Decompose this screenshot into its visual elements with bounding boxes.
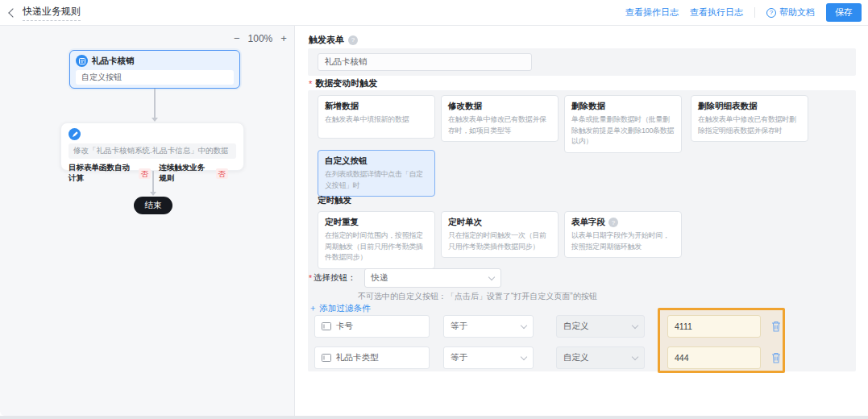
flow-node-action[interactable]: 修改「礼品卡核销系统.礼品卡信息」中的数据 目标表单函数自动计算 否 连续触发业…	[60, 122, 244, 171]
question-circle-icon[interactable]: ?	[608, 218, 618, 227]
data-change-label: 数据变动时触发	[315, 77, 377, 89]
card-add-data[interactable]: 新增数据 在触发表单中填报新的数据	[318, 95, 435, 139]
window-bottom-edge	[0, 416, 868, 419]
filter-value-input[interactable]: 4111	[667, 315, 761, 338]
filter-operator-value: 等于	[451, 352, 467, 363]
card-timer-repeat[interactable]: 定时重复 在指定的时间范围内，按照指定周期触发（目前只用作考勤类插件数据同步）	[318, 211, 435, 269]
question-circle-icon[interactable]: ?	[348, 35, 358, 45]
card-delete-data[interactable]: 删除数据 单条或批量删除数据时（批量删除触发前提是单次删除100条数据以内）	[564, 95, 682, 153]
filter-type-dropdown[interactable]: 自定义	[556, 346, 645, 369]
arrow-down-icon	[152, 118, 158, 122]
card-desc: 在指定的时间范围内，按照指定周期触发（目前只用作考勤类插件数据同步）	[325, 230, 428, 263]
card-desc: 在列表或数据详情中点击「自定义按钮」时	[325, 169, 428, 191]
filter-type-value: 自定义	[563, 321, 589, 332]
card-title: 定时单次	[448, 217, 551, 228]
flag-label: 目标表单函数自动计算	[69, 163, 135, 184]
card-delete-subtable-data[interactable]: 删除明细表数据 在触发表单中修改已有数据时删除指定明细表数据并保存时	[691, 95, 808, 142]
required-asterisk: *	[309, 79, 312, 89]
trigger-form-label: 触发表单	[309, 34, 344, 46]
data-change-label-row: * 数据变动时触发	[309, 77, 377, 89]
zoom-out-button[interactable]: −	[234, 32, 240, 44]
trigger-form-input[interactable]: 礼品卡核销	[318, 53, 532, 71]
card-title: 定时重复	[325, 217, 428, 228]
filter-field-chip[interactable]: 礼品卡类型	[314, 346, 430, 369]
add-filter-button[interactable]: ＋ 添加过滤条件	[309, 303, 370, 314]
card-desc: 单条或批量删除数据时（批量删除触发前提是单次删除100条数据以内）	[571, 114, 675, 147]
topbar-actions: 查看操作日志 查看执行日志 ? 帮助文档 保存	[625, 3, 862, 22]
card-desc: 在触发表单中修改已有数据时删除指定明细表数据并保存时	[698, 114, 801, 136]
flow-connector	[154, 89, 156, 118]
page-title[interactable]: 快递业务规则	[23, 5, 81, 21]
filter-type-value: 自定义	[563, 352, 589, 363]
card-title: 修改数据	[448, 101, 551, 112]
card-custom-button-selected[interactable]: 自定义按钮 在列表或数据详情中点击「自定义按钮」时	[318, 150, 435, 197]
filter-operator-dropdown[interactable]: 等于	[443, 315, 534, 338]
arrow-down-icon	[150, 192, 156, 196]
flow-canvas[interactable]: − 100% + 礼品卡核销 自定义按钮 修改「礼品卡核销系统.礼品卡信息」中的…	[0, 26, 295, 416]
card-desc: 在触发表单中修改已有数据并保存时，如项目类型等	[448, 114, 551, 136]
edit-icon	[69, 128, 81, 140]
flow-node-end: 结束	[134, 197, 172, 214]
back-icon[interactable]	[8, 8, 17, 17]
select-button-row: * 选择按钮： 快递	[309, 268, 501, 288]
card-title: 删除数据	[571, 101, 675, 112]
flag-label: 连续触发业务规则	[159, 163, 211, 184]
zoom-in-button[interactable]: +	[280, 32, 287, 44]
chevron-down-icon	[488, 273, 494, 280]
divider	[754, 7, 755, 18]
trigger-form-label-row: 触发表单 ?	[309, 34, 358, 46]
card-title: 表单字段 ?	[571, 217, 675, 228]
card-form-field[interactable]: 表单字段 ? 以表单日期字段作为开始时间，按照指定周期循环触发	[564, 211, 682, 258]
card-desc: 在触发表单中填报新的数据	[325, 114, 428, 126]
zoom-control: − 100% +	[234, 32, 287, 44]
text-field-icon	[322, 322, 331, 330]
flow-connector	[152, 171, 154, 193]
delete-filter-button[interactable]	[770, 351, 782, 364]
filter-operator-dropdown[interactable]: 等于	[443, 346, 534, 369]
main-area: − 100% + 礼品卡核销 自定义按钮 修改「礼品卡核销系统.礼品卡信息」中的…	[0, 26, 868, 416]
action-node-summary: 修改「礼品卡核销系统.礼品卡信息」中的数据	[69, 143, 236, 159]
trigger-node-title: 礼品卡核销	[92, 56, 135, 67]
question-circle-icon: ?	[766, 8, 776, 18]
filter-operator-value: 等于	[451, 321, 467, 332]
timer-trigger-label: 定时触发	[318, 195, 351, 206]
text-field-icon	[322, 354, 331, 362]
chevron-down-icon	[632, 353, 638, 359]
help-doc-button[interactable]: ? 帮助文档	[766, 6, 815, 19]
card-title: 自定义按钮	[325, 156, 428, 167]
trigger-node-subtitle: 自定义按钮	[76, 70, 234, 85]
delete-filter-button[interactable]	[770, 320, 782, 333]
help-doc-label: 帮助文档	[779, 6, 815, 19]
config-panel: 触发表单 ? 礼品卡核销 * 数据变动时触发 新增数据 在触发表单中填报新的数据…	[295, 26, 868, 416]
view-operation-log-link[interactable]: 查看操作日志	[625, 6, 679, 19]
card-desc: 以表单日期字段作为开始时间，按照指定周期循环触发	[571, 230, 675, 252]
card-modify-data[interactable]: 修改数据 在触发表单中修改已有数据并保存时，如项目类型等	[441, 95, 559, 142]
zoom-level: 100%	[248, 33, 273, 44]
status-badge: 否	[139, 168, 152, 179]
flow-node-trigger[interactable]: 礼品卡核销 自定义按钮	[69, 50, 240, 89]
button-select-value: 快递	[372, 272, 388, 284]
trash-icon	[770, 320, 782, 333]
card-title-text: 表单字段	[571, 217, 605, 228]
select-button-note: 不可选中的自定义按钮：「点击后」设置了“打开自定义页面”的按钮	[358, 291, 597, 302]
select-button-label: 选择按钮：	[314, 272, 356, 284]
card-desc: 只在指定的时间触发一次（目前只用作考勤类插件数据同步）	[448, 230, 551, 252]
chevron-down-icon	[632, 322, 638, 328]
filter-field-name: 卡号	[336, 321, 353, 332]
filter-field-chip[interactable]: 卡号	[314, 315, 430, 338]
button-select-dropdown[interactable]: 快递	[364, 268, 501, 288]
card-title: 新增数据	[325, 101, 428, 112]
view-execution-log-link[interactable]: 查看执行日志	[690, 6, 743, 19]
required-asterisk: *	[309, 273, 312, 283]
filter-type-dropdown[interactable]: 自定义	[556, 315, 645, 338]
card-timer-once[interactable]: 定时单次 只在指定的时间触发一次（目前只用作考勤类插件数据同步）	[441, 211, 559, 258]
save-button[interactable]: 保存	[826, 3, 862, 22]
chevron-down-icon	[521, 322, 527, 328]
filter-value-input[interactable]: 444	[667, 346, 761, 369]
chevron-down-icon	[521, 353, 527, 359]
trash-icon	[770, 351, 782, 364]
status-badge: 否	[216, 168, 229, 179]
form-icon	[76, 55, 88, 67]
filter-field-name: 礼品卡类型	[336, 352, 379, 363]
card-title: 删除明细表数据	[698, 101, 801, 112]
